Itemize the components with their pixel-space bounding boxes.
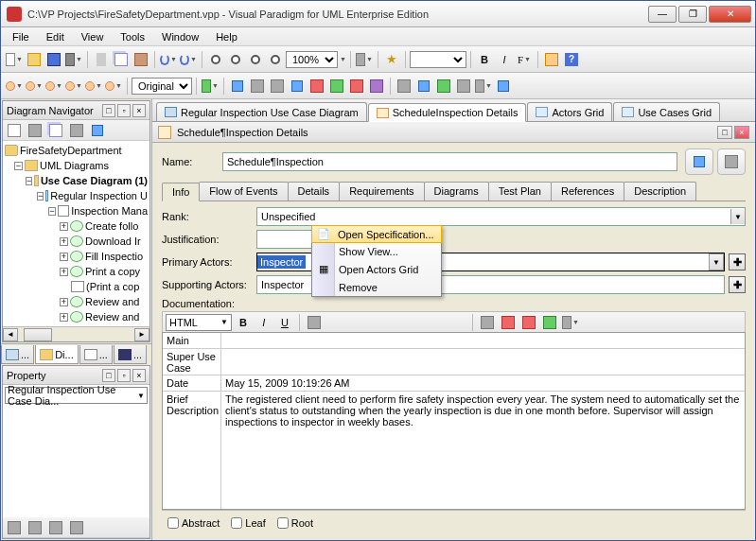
rte-image[interactable] [540,314,559,331]
tb2-l[interactable] [454,77,473,96]
leaf-check[interactable]: Leaf [231,517,265,529]
tb2-5[interactable]: ▼ [84,77,103,96]
tb2-e[interactable] [308,77,326,96]
menu-view[interactable]: View [74,29,112,44]
tb2-1[interactable]: ▼ [5,77,24,96]
tb2-n[interactable] [494,77,513,96]
stab-flow[interactable]: Flow of Events [199,182,288,201]
primary-actor-tag[interactable]: Inspector [257,255,306,269]
stab-ref[interactable]: References [551,182,624,201]
cell-date-v[interactable]: May 15, 2009 10:19:26 AM [221,375,745,392]
etab-details[interactable]: ScheduleInspection Details [368,103,527,122]
etab-usecases[interactable]: Use Cases Grid [613,102,720,121]
nav-tb-1[interactable] [5,121,24,140]
etab-actors[interactable]: Actors Grid [527,102,612,121]
tb2-4[interactable]: ▼ [64,77,83,96]
abstract-check[interactable]: Abstract [167,517,220,529]
primary-actors-dropdown[interactable]: ▼ [709,253,724,270]
ltab-4[interactable]: ... [114,345,147,364]
tree-mana[interactable]: −Inspection Mana [5,203,148,218]
tb2-b[interactable] [248,77,267,96]
minimize-button[interactable]: — [648,6,677,23]
tree-item-1-expand[interactable]: +Download Ir [5,234,148,249]
original-combo[interactable]: Original [132,78,192,95]
tree-item-5-expand[interactable]: +Review and [5,294,148,309]
tree-reg[interactable]: −Regular Inspection U [5,188,148,203]
tree-uml[interactable]: −UML Diagrams [5,158,148,173]
tb2-g[interactable] [347,77,366,96]
prop-rest-icon[interactable]: ▫ [117,369,131,382]
tb2-d[interactable] [288,77,307,96]
tb2-run[interactable]: ▼ [201,77,220,96]
add-supporting-actor-button[interactable]: ✚ [729,276,746,293]
open-button[interactable] [25,50,44,69]
rte-underline[interactable]: U [275,314,294,331]
tb2-f[interactable] [327,77,346,96]
tb2-j[interactable] [414,77,433,96]
help-button[interactable]: ? [562,50,581,69]
maximize-button[interactable]: ❐ [678,6,707,23]
cell-brief-v[interactable]: The registered client need to perform fi… [221,392,745,509]
save-button[interactable] [44,50,63,69]
stab-diag[interactable]: Diagrams [424,182,489,201]
ltab-2[interactable]: Di... [35,345,79,364]
tb2-3[interactable]: ▼ [44,77,63,96]
menu-window[interactable]: Window [154,29,206,44]
zoom-in-button[interactable] [206,50,225,69]
menu-help[interactable]: Help [208,29,245,44]
undef-combo[interactable] [410,51,466,68]
tb2-i[interactable] [395,77,413,96]
tb2-k[interactable] [434,77,453,96]
etab-diagram[interactable]: Regular Inspection Use Case Diagram [156,102,367,121]
tree-hscroll[interactable]: ◄► [3,326,149,341]
nav-min-icon[interactable]: □ [102,104,115,117]
close-button[interactable]: ✕ [709,6,751,23]
root-check[interactable]: Root [277,517,313,529]
link-button[interactable] [685,148,713,175]
cm-open-grid[interactable]: ▦Open Actors Grid [312,260,441,278]
menu-file[interactable]: File [5,29,37,44]
ltab-1[interactable]: ... [1,345,34,364]
pan-button[interactable]: ▼ [355,50,374,69]
undo-button[interactable]: ▼ [159,50,178,69]
tb2-2[interactable]: ▼ [25,77,44,96]
stab-tp[interactable]: Test Plan [488,182,552,201]
nav-tb-3[interactable] [46,121,65,140]
cm-show-view[interactable]: Show View... [312,242,441,260]
name-input[interactable] [222,152,677,171]
prop-tb-2[interactable] [26,518,44,537]
tb2-a[interactable] [228,77,247,96]
print-button[interactable]: ▼ [64,50,83,69]
nav-rest-icon[interactable]: ▫ [117,104,131,117]
bold-button[interactable]: B [475,50,494,69]
tb2-c[interactable] [268,77,287,96]
cm-remove[interactable]: Remove [312,278,441,296]
paste-button[interactable] [132,50,150,69]
cut-button[interactable] [92,50,111,69]
copy-button[interactable] [112,50,131,69]
tree-ucd[interactable]: −Use Case Diagram (1) [5,173,148,188]
prop-min-icon[interactable]: □ [102,369,115,382]
tree-root[interactable]: FireSafetyDepartment [5,143,148,158]
tree-item-6-expand[interactable]: +Review and [5,309,148,324]
tree-item-3-expand[interactable]: +Print a copy [5,264,148,279]
nav-tb-5[interactable] [88,121,107,140]
form-button[interactable] [717,148,746,175]
tree-item-0-expand[interactable]: +Create follo [5,218,148,234]
cell-super-v[interactable] [221,349,745,375]
cm-open-spec[interactable]: 📄Open Specification... [311,225,442,243]
rte-more[interactable]: ▼ [561,314,580,331]
tb2-h[interactable] [367,77,386,96]
nav-tb-4[interactable] [67,121,86,140]
tb2-6[interactable]: ▼ [104,77,123,96]
stab-req[interactable]: Requirements [339,182,424,201]
diagram-tree[interactable]: FireSafetyDepartment −UML Diagrams −Use … [3,141,149,326]
spell-button[interactable] [542,50,561,69]
tb2-m[interactable]: ▼ [474,77,493,96]
zoom-out-button[interactable] [226,50,245,69]
rte-bold[interactable]: B [234,314,253,331]
new-button[interactable]: ▼ [5,50,24,69]
rank-combo[interactable]: Unspecified▼ [256,207,746,226]
italic-button[interactable]: I [495,50,514,69]
rte-actor2[interactable] [519,314,538,331]
